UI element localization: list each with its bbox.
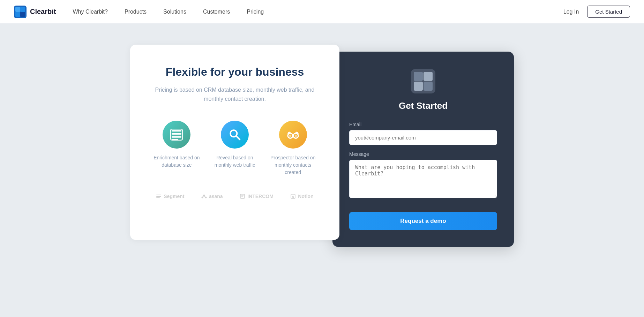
svg-rect-19	[240, 194, 245, 198]
nav-links: Why Clearbit? Products Solutions Custome…	[73, 9, 563, 15]
feature-reveal: Reveal based on monthly web traffic	[210, 121, 259, 176]
partners-row: Segment asana INTERCOM N Notion	[151, 194, 319, 199]
partner-notion: N Notion	[290, 194, 313, 199]
right-clearbit-icon	[411, 69, 435, 93]
nav-logo-text: Clearbit	[30, 8, 56, 16]
svg-text:N: N	[292, 195, 294, 198]
nav-actions: Log In Get Started	[563, 6, 630, 18]
prospector-icon-circle	[279, 121, 307, 149]
svg-rect-1	[15, 7, 20, 12]
nav-get-started-button[interactable]: Get Started	[587, 6, 630, 18]
email-label: Email	[349, 122, 497, 127]
intercom-icon	[240, 194, 245, 199]
left-card-title: Flexible for your business	[151, 66, 319, 78]
segment-icon	[156, 194, 162, 199]
email-form-group: Email	[349, 122, 497, 145]
partner-segment: Segment	[156, 194, 184, 199]
svg-point-15	[294, 135, 297, 137]
navbar: Clearbit Why Clearbit? Products Solution…	[0, 0, 644, 24]
prospector-text: Prospector based on monthly contacts cre…	[269, 154, 317, 176]
right-card-title: Get Started	[399, 100, 448, 111]
notion-icon: N	[290, 194, 296, 199]
svg-rect-6	[172, 133, 182, 135]
clearbit-logo-icon	[14, 6, 27, 18]
email-input[interactable]	[349, 130, 497, 145]
message-label: Message	[349, 151, 497, 157]
binoculars-icon	[286, 128, 300, 141]
svg-rect-2	[20, 7, 25, 12]
svg-rect-25	[414, 72, 423, 81]
svg-rect-7	[172, 136, 182, 138]
svg-point-17	[201, 197, 203, 198]
svg-rect-3	[15, 12, 20, 17]
message-textarea[interactable]	[349, 160, 497, 198]
nav-link-solutions[interactable]: Solutions	[163, 9, 186, 15]
reveal-icon-circle	[221, 121, 249, 149]
enrichment-text: Enrichment based on database size	[152, 154, 201, 169]
nav-link-pricing[interactable]: Pricing	[247, 9, 264, 15]
svg-rect-5	[172, 130, 182, 132]
nav-link-why-clearbit[interactable]: Why Clearbit?	[73, 9, 107, 15]
left-card-subtitle: Pricing is based on CRM database size, m…	[151, 85, 319, 103]
partner-intercom: INTERCOM	[240, 194, 274, 199]
asana-icon	[201, 194, 207, 199]
right-card: Get Started Email Message Request a demo	[332, 52, 514, 247]
svg-rect-4	[20, 12, 25, 17]
main-content: Flexible for your business Pricing is ba…	[78, 24, 566, 268]
svg-rect-28	[424, 82, 433, 91]
message-form-group: Message	[349, 151, 497, 199]
svg-point-18	[205, 197, 207, 198]
svg-rect-26	[424, 72, 433, 81]
reveal-text: Reveal based on monthly web traffic	[210, 154, 259, 169]
enrichment-icon-circle	[163, 121, 190, 149]
list-icon	[170, 128, 183, 141]
feature-prospector: Prospector based on monthly contacts cre…	[269, 121, 317, 176]
request-demo-button[interactable]: Request a demo	[349, 212, 497, 230]
partner-asana: asana	[201, 194, 223, 199]
left-card: Flexible for your business Pricing is ba…	[130, 45, 339, 240]
nav-logo[interactable]: Clearbit	[14, 6, 56, 18]
features-row: Enrichment based on database size Reveal…	[151, 121, 319, 176]
feature-enrichment: Enrichment based on database size	[152, 121, 201, 176]
nav-link-products[interactable]: Products	[125, 9, 147, 15]
svg-point-14	[289, 135, 291, 137]
svg-line-11	[237, 136, 240, 140]
svg-rect-27	[414, 82, 423, 91]
svg-point-16	[203, 195, 205, 197]
nav-login-button[interactable]: Log In	[563, 9, 579, 15]
search-icon	[228, 128, 241, 141]
nav-link-customers[interactable]: Customers	[203, 9, 230, 15]
